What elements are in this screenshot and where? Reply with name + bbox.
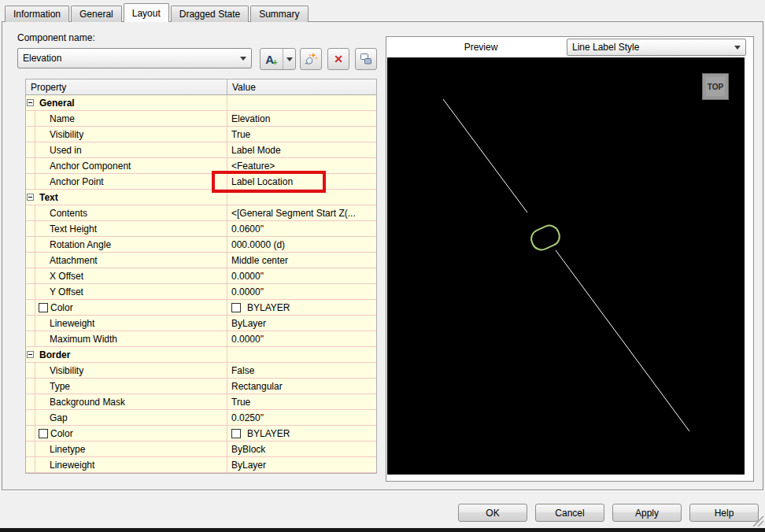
property-row: Visibility True <box>26 127 376 142</box>
property-name: Anchor Point <box>50 176 104 187</box>
property-name: Maximum Width <box>50 334 117 345</box>
tab-label: Dragged State <box>179 9 240 20</box>
value-cell[interactable]: True <box>227 127 376 142</box>
delete-component-button[interactable]: ✕ <box>327 48 349 70</box>
tab-information[interactable]: Information <box>5 6 69 22</box>
value-cell[interactable]: ByBlock <box>227 441 376 456</box>
property-cell: Anchor Component <box>35 158 227 173</box>
property-row: X Offset 0.0000" <box>26 268 376 284</box>
value-cell[interactable]: 0.0600" <box>227 221 376 236</box>
property-cell: Anchor Point <box>35 174 227 189</box>
color-swatch <box>231 303 241 312</box>
section-value-cell <box>227 190 376 205</box>
value-cell[interactable]: Rectangular <box>227 379 376 393</box>
row-gutter <box>26 174 35 189</box>
property-row: Anchor Point Label Location <box>26 174 376 190</box>
property-value: Rectangular <box>231 381 283 392</box>
property-grid-rows: General Name Elevation Visibility <box>26 95 376 473</box>
component-name-value: Elevation <box>23 53 61 64</box>
tab-layout[interactable]: Layout <box>124 3 169 22</box>
value-cell[interactable]: 0.0000" <box>227 268 376 283</box>
value-cell[interactable]: 0.0000" <box>227 331 376 346</box>
value-cell[interactable]: False <box>227 363 376 378</box>
column-header-value: Value <box>227 79 376 94</box>
property-value: Label Location <box>231 176 293 187</box>
collapse-minus-icon[interactable] <box>27 99 34 106</box>
property-cell: Used in <box>35 142 227 157</box>
value-cell[interactable]: BYLAYER <box>227 300 376 315</box>
property-row: Name Elevation <box>26 111 376 127</box>
value-cell[interactable]: BYLAYER <box>227 426 376 441</box>
value-cell[interactable]: Label Mode <box>227 142 376 157</box>
add-text-component-icon[interactable]: A + <box>261 49 283 69</box>
property-row: Rotation Angle 000.0000 (d) <box>26 237 376 253</box>
property-row: Type Rectangular <box>26 379 376 394</box>
property-name: Text Height <box>50 224 97 235</box>
row-gutter <box>26 394 35 409</box>
copy-component-icon <box>304 52 318 66</box>
property-name: Anchor Component <box>50 161 131 172</box>
property-cell: Rotation Angle <box>35 237 227 252</box>
cancel-button[interactable]: Cancel <box>535 504 604 522</box>
value-cell[interactable]: 000.0000 (d) <box>227 237 376 252</box>
tab-summary[interactable]: Summary <box>250 6 308 22</box>
add-component-dropdown-arrow[interactable] <box>283 57 295 61</box>
button-label: Apply <box>635 508 659 519</box>
value-cell[interactable]: Elevation <box>227 111 376 126</box>
component-name-select[interactable]: Elevation <box>17 48 252 68</box>
property-grid: Property Value General Name Elevation <box>25 79 377 474</box>
property-value: Middle center <box>231 255 288 266</box>
component-name-label: Component name: <box>17 32 95 43</box>
property-value: True <box>231 129 250 140</box>
value-cell[interactable]: Middle center <box>227 253 376 268</box>
ok-button[interactable]: OK <box>458 504 527 522</box>
value-cell[interactable]: 0.0250" <box>227 410 376 425</box>
help-button[interactable]: Help <box>689 504 759 522</box>
property-value: Elevation <box>231 113 270 124</box>
component-draw-order-button[interactable] <box>355 48 377 70</box>
add-component-split-button[interactable]: A + <box>260 48 296 70</box>
value-cell[interactable]: <[General Segment Start Z(... <box>227 205 376 220</box>
tab-label: Summary <box>259 9 299 20</box>
color-swatch <box>39 303 48 312</box>
tab-dragged-state[interactable]: Dragged State <box>171 6 249 22</box>
property-value: BYLAYER <box>247 428 290 439</box>
section-label: Border <box>39 349 70 360</box>
property-row: Gap 0.0250" <box>26 410 376 426</box>
property-name: Background Mask <box>50 397 125 408</box>
row-gutter <box>26 441 35 456</box>
value-cell[interactable]: ByLayer <box>227 457 376 472</box>
row-gutter <box>26 316 35 331</box>
tab-general[interactable]: General <box>71 6 122 22</box>
row-gutter <box>26 205 35 220</box>
delete-component-icon: ✕ <box>334 54 343 65</box>
row-gutter <box>26 253 35 268</box>
property-cell: Name <box>35 111 227 126</box>
property-row: Linetype ByBlock <box>26 441 376 457</box>
button-label: Cancel <box>555 508 584 519</box>
property-row: Visibility False <box>26 363 376 379</box>
section-value-cell <box>227 347 376 362</box>
collapse-minus-icon[interactable] <box>27 351 34 358</box>
value-cell[interactable]: <Feature> <box>227 158 376 173</box>
property-name: Visibility <box>50 129 83 140</box>
property-name: Color <box>50 428 73 439</box>
button-label: OK <box>486 508 499 519</box>
layout-tab-panel: Component name: Elevation A + <box>2 21 763 490</box>
property-name: Color <box>50 302 73 313</box>
property-value: Label Mode <box>231 145 281 156</box>
property-cell: Text Height <box>35 221 227 236</box>
value-cell[interactable]: Label Location <box>227 174 376 189</box>
section-row: Border <box>26 347 376 363</box>
value-cell[interactable]: ByLayer <box>227 316 376 331</box>
property-cell: Background Mask <box>35 394 227 409</box>
property-value: 0.0600" <box>231 224 264 235</box>
copy-component-button[interactable] <box>300 48 322 70</box>
value-cell[interactable]: True <box>227 394 376 409</box>
apply-button[interactable]: Apply <box>612 504 682 522</box>
value-cell[interactable]: 0.0000" <box>227 284 376 299</box>
preview-style-select[interactable]: Line Label Style <box>567 39 746 56</box>
row-gutter <box>26 142 35 157</box>
collapse-minus-icon[interactable] <box>27 194 34 201</box>
property-row: Lineweight ByLayer <box>26 457 376 473</box>
